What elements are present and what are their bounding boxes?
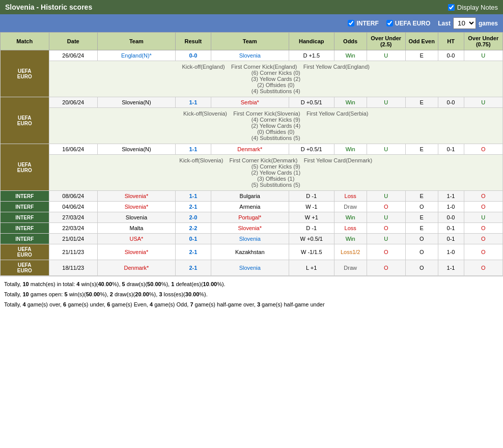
ou075-cell: O: [464, 260, 502, 276]
header-match: Match: [1, 33, 49, 50]
odd-even-cell: E: [405, 97, 438, 108]
team1-cell[interactable]: USA*: [98, 234, 176, 244]
match-type-cell: INTERF: [1, 234, 49, 244]
match-type-cell: INTERF: [1, 202, 49, 212]
team2-cell[interactable]: Slovenia*: [211, 223, 289, 234]
odds-cell: Loss: [334, 191, 367, 202]
ht-cell: 0-1: [438, 223, 464, 234]
team2-cell[interactable]: Slovenia: [211, 260, 289, 276]
result-cell[interactable]: 2-1: [175, 202, 211, 212]
interf-checkbox[interactable]: [348, 20, 354, 26]
odd-even-cell: E: [405, 191, 438, 202]
ht-cell: 1-0: [438, 244, 464, 260]
date-cell: 04/06/24: [49, 202, 98, 212]
team2-cell[interactable]: Denmark*: [211, 144, 289, 155]
notes-cell: Kick-off(England) First Corner Kick(Engl…: [49, 61, 502, 97]
ou25-cell: O: [367, 244, 405, 260]
ou075-cell: O: [464, 191, 502, 202]
notes-row: Kick-off(Slovenia) First Corner Kick(Den…: [1, 155, 503, 191]
header-team1: Team: [98, 33, 176, 50]
header-odd-even: Odd Even: [405, 33, 438, 50]
odd-even-cell: E: [405, 223, 438, 234]
odds-cell: Win: [334, 97, 367, 108]
interf-filter[interactable]: INTERF: [348, 20, 378, 27]
odd-even-cell: E: [405, 144, 438, 155]
team1-cell[interactable]: Slovenia(N): [98, 97, 176, 108]
handicap-cell: W -1: [289, 202, 334, 212]
summary-section: Totally, 10 match(es) in total: 4 win(s)…: [0, 276, 503, 313]
ou25-cell: U: [367, 50, 405, 61]
result-cell[interactable]: 2-0: [175, 212, 211, 223]
handicap-cell: D +0.5/1: [289, 144, 334, 155]
summary-line1: Totally, 10 match(es) in total: 4 win(s)…: [4, 279, 499, 290]
team2-cell[interactable]: Armenia: [211, 202, 289, 212]
summary-line2: Totally, 10 games open: 5 win(s)(50.00%)…: [4, 290, 499, 300]
table-row: INTERF 27/03/24 Slovenia 2-0 Portugal* W…: [1, 212, 503, 223]
team2-cell[interactable]: Slovenia: [211, 234, 289, 244]
team1-cell[interactable]: Denmark*: [98, 260, 176, 276]
match-type-cell: UEFAEURO: [1, 97, 49, 144]
ou25-cell: O: [367, 223, 405, 234]
team2-cell[interactable]: Serbia*: [211, 97, 289, 108]
team1-cell[interactable]: Slovenia*: [98, 244, 176, 260]
match-type-cell: UEFAEURO: [1, 144, 49, 191]
filter-bar: INTERF UEFA EURO Last 5 10 15 20 25 30 g…: [0, 14, 503, 32]
date-cell: 20/06/24: [49, 97, 98, 108]
ht-cell: 0-1: [438, 144, 464, 155]
last-games-select[interactable]: 5 10 15 20 25 30: [453, 17, 476, 29]
header-ou25: Over Under (2.5): [367, 33, 405, 50]
table-row: UEFAEURO 16/06/24 Slovenia(N) 1-1 Denmar…: [1, 144, 503, 155]
header-result: Result: [175, 33, 211, 50]
table-row: UEFAEURO 20/06/24 Slovenia(N) 1-1 Serbia…: [1, 97, 503, 108]
team2-cell[interactable]: Bulgaria: [211, 191, 289, 202]
odd-even-cell: O: [405, 234, 438, 244]
team2-cell[interactable]: Portugal*: [211, 212, 289, 223]
uefa-euro-filter[interactable]: UEFA EURO: [386, 20, 431, 27]
header-odds: Odds: [334, 33, 367, 50]
team2-cell[interactable]: Slovenia: [211, 50, 289, 61]
header-handicap: Handicap: [289, 33, 334, 50]
handicap-cell: D +0.5/1: [289, 97, 334, 108]
table-row: UEFAEURO 18/11/23 Denmark* 2-1 Slovenia …: [1, 260, 503, 276]
header-bar: Slovenia - Historic scores Display Notes: [0, 0, 503, 14]
result-cell[interactable]: 2-2: [175, 223, 211, 234]
team2-cell[interactable]: Kazakhstan: [211, 244, 289, 260]
ou075-cell: U: [464, 97, 502, 108]
result-cell[interactable]: 2-1: [175, 244, 211, 260]
handicap-cell: D -1: [289, 191, 334, 202]
ou075-cell: O: [464, 144, 502, 155]
header-ou075: Over Under (0.75): [464, 33, 502, 50]
result-cell[interactable]: 0-0: [175, 50, 211, 61]
ou075-cell: O: [464, 244, 502, 260]
result-cell[interactable]: 1-1: [175, 144, 211, 155]
page-title: Slovenia - Historic scores: [5, 3, 92, 11]
ou25-cell: O: [367, 202, 405, 212]
odd-even-cell: O: [405, 244, 438, 260]
uefa-checkbox[interactable]: [386, 20, 393, 26]
team1-cell[interactable]: Malta: [98, 223, 176, 234]
ht-cell: 1-1: [438, 191, 464, 202]
summary-line3: Totally, 4 game(s) over, 6 game(s) under…: [4, 300, 499, 310]
odds-cell: Win: [334, 234, 367, 244]
result-cell[interactable]: 2-1: [175, 260, 211, 276]
ou075-cell: O: [464, 234, 502, 244]
ht-cell: 0-1: [438, 234, 464, 244]
team1-cell[interactable]: Slovenia: [98, 212, 176, 223]
table-header-row: Match Date Team Result Team Handicap Odd…: [1, 33, 503, 50]
odds-cell: Win: [334, 212, 367, 223]
ou25-cell: U: [367, 234, 405, 244]
ht-cell: 0-0: [438, 97, 464, 108]
date-cell: 22/03/24: [49, 223, 98, 234]
date-cell: 21/11/23: [49, 244, 98, 260]
team1-cell[interactable]: England(N)*: [98, 50, 176, 61]
team1-cell[interactable]: Slovenia*: [98, 202, 176, 212]
date-cell: 18/11/23: [49, 260, 98, 276]
team1-cell[interactable]: Slovenia*: [98, 191, 176, 202]
match-type-cell: INTERF: [1, 223, 49, 234]
team1-cell[interactable]: Slovenia(N): [98, 144, 176, 155]
result-cell[interactable]: 0-1: [175, 234, 211, 244]
result-cell[interactable]: 1-1: [175, 97, 211, 108]
result-cell[interactable]: 1-1: [175, 191, 211, 202]
display-notes-checkbox[interactable]: [448, 4, 455, 11]
last-games-filter: Last 5 10 15 20 25 30 games: [438, 17, 498, 29]
